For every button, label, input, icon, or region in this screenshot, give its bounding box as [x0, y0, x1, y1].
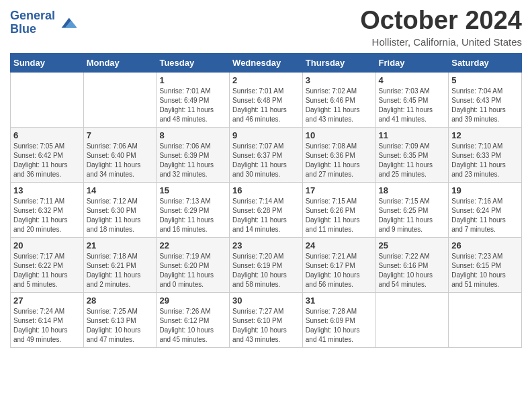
calendar-cell: 20Sunrise: 7:17 AMSunset: 6:22 PMDayligh…: [11, 237, 84, 292]
calendar-cell: 15Sunrise: 7:13 AMSunset: 6:29 PMDayligh…: [157, 182, 230, 237]
day-info: Sunrise: 7:21 AMSunset: 6:17 PMDaylight:…: [306, 252, 373, 289]
day-info: Sunrise: 7:09 AMSunset: 6:35 PMDaylight:…: [379, 142, 446, 179]
day-info: Sunrise: 7:18 AMSunset: 6:21 PMDaylight:…: [87, 252, 154, 289]
calendar-week-5: 27Sunrise: 7:24 AMSunset: 6:14 PMDayligh…: [11, 292, 522, 347]
day-info: Sunrise: 7:28 AMSunset: 6:09 PMDaylight:…: [306, 307, 373, 345]
calendar-cell: 11Sunrise: 7:09 AMSunset: 6:35 PMDayligh…: [375, 127, 449, 182]
calendar-cell: 12Sunrise: 7:10 AMSunset: 6:33 PMDayligh…: [449, 127, 522, 182]
day-number: 25: [379, 240, 446, 250]
day-info: Sunrise: 7:19 AMSunset: 6:20 PMDaylight:…: [159, 252, 226, 289]
day-number: 7: [87, 130, 154, 140]
day-info: Sunrise: 7:17 AMSunset: 6:22 PMDaylight:…: [13, 252, 81, 289]
month-title: October 2024: [360, 7, 522, 35]
logo: General Blue: [10, 9, 77, 36]
day-number: 21: [87, 240, 154, 250]
day-info: Sunrise: 7:04 AMSunset: 6:43 PMDaylight:…: [451, 87, 519, 124]
calendar-cell: 29Sunrise: 7:26 AMSunset: 6:12 PMDayligh…: [157, 292, 230, 347]
calendar-cell: [83, 72, 157, 127]
day-number: 16: [232, 185, 300, 195]
day-number: 29: [159, 295, 226, 306]
calendar-cell: 31Sunrise: 7:28 AMSunset: 6:09 PMDayligh…: [302, 292, 375, 347]
day-number: 4: [379, 75, 446, 85]
day-number: 14: [87, 185, 154, 195]
calendar-week-1: 1Sunrise: 7:01 AMSunset: 6:49 PMDaylight…: [11, 72, 522, 127]
calendar-cell: 22Sunrise: 7:19 AMSunset: 6:20 PMDayligh…: [157, 237, 230, 292]
day-info: Sunrise: 7:10 AMSunset: 6:33 PMDaylight:…: [451, 142, 519, 179]
calendar-header: SundayMondayTuesdayWednesdayThursdayFrid…: [11, 53, 522, 72]
calendar-cell: 17Sunrise: 7:15 AMSunset: 6:26 PMDayligh…: [302, 182, 375, 237]
calendar-cell: 25Sunrise: 7:22 AMSunset: 6:16 PMDayligh…: [375, 237, 449, 292]
day-number: 2: [232, 75, 300, 85]
logo-icon: [56, 13, 77, 33]
day-info: Sunrise: 7:03 AMSunset: 6:45 PMDaylight:…: [379, 87, 446, 124]
day-number: 27: [13, 295, 81, 306]
day-number: 18: [379, 185, 446, 195]
weekday-friday: Friday: [375, 53, 449, 72]
day-number: 30: [232, 295, 300, 306]
day-number: 1: [159, 75, 226, 85]
day-info: Sunrise: 7:06 AMSunset: 6:39 PMDaylight:…: [159, 142, 226, 179]
title-area: October 2024 Hollister, California, Unit…: [360, 7, 522, 48]
calendar-cell: 18Sunrise: 7:15 AMSunset: 6:25 PMDayligh…: [375, 182, 449, 237]
day-info: Sunrise: 7:08 AMSunset: 6:36 PMDaylight:…: [306, 142, 373, 179]
calendar-cell: 24Sunrise: 7:21 AMSunset: 6:17 PMDayligh…: [302, 237, 375, 292]
calendar-cell: 8Sunrise: 7:06 AMSunset: 6:39 PMDaylight…: [157, 127, 230, 182]
calendar-table: SundayMondayTuesdayWednesdayThursdayFrid…: [10, 53, 522, 348]
weekday-header-row: SundayMondayTuesdayWednesdayThursdayFrid…: [11, 53, 522, 72]
day-number: 13: [13, 185, 81, 195]
calendar-week-4: 20Sunrise: 7:17 AMSunset: 6:22 PMDayligh…: [11, 237, 522, 292]
calendar-cell: 21Sunrise: 7:18 AMSunset: 6:21 PMDayligh…: [83, 237, 157, 292]
calendar-cell: 9Sunrise: 7:07 AMSunset: 6:37 PMDaylight…: [230, 127, 303, 182]
calendar-cell: 2Sunrise: 7:01 AMSunset: 6:48 PMDaylight…: [230, 72, 303, 127]
day-info: Sunrise: 7:24 AMSunset: 6:14 PMDaylight:…: [13, 307, 81, 345]
calendar-week-2: 6Sunrise: 7:05 AMSunset: 6:42 PMDaylight…: [11, 127, 522, 182]
calendar-cell: [449, 292, 522, 347]
day-number: 26: [451, 240, 519, 250]
calendar-body: 1Sunrise: 7:01 AMSunset: 6:49 PMDaylight…: [11, 72, 522, 347]
weekday-tuesday: Tuesday: [157, 53, 230, 72]
weekday-thursday: Thursday: [302, 53, 375, 72]
day-number: 24: [306, 240, 373, 250]
day-number: 19: [451, 185, 519, 195]
calendar-cell: 3Sunrise: 7:02 AMSunset: 6:46 PMDaylight…: [302, 72, 375, 127]
day-info: Sunrise: 7:22 AMSunset: 6:16 PMDaylight:…: [379, 252, 446, 289]
day-number: 5: [451, 75, 519, 85]
day-info: Sunrise: 7:16 AMSunset: 6:24 PMDaylight:…: [451, 197, 519, 234]
calendar-cell: 7Sunrise: 7:06 AMSunset: 6:40 PMDaylight…: [83, 127, 157, 182]
day-number: 28: [87, 295, 154, 306]
day-number: 12: [451, 130, 519, 140]
day-info: Sunrise: 7:25 AMSunset: 6:13 PMDaylight:…: [87, 307, 154, 345]
calendar-cell: 19Sunrise: 7:16 AMSunset: 6:24 PMDayligh…: [449, 182, 522, 237]
weekday-sunday: Sunday: [11, 53, 84, 72]
calendar-cell: 16Sunrise: 7:14 AMSunset: 6:28 PMDayligh…: [230, 182, 303, 237]
day-info: Sunrise: 7:05 AMSunset: 6:42 PMDaylight:…: [13, 142, 81, 179]
header: General Blue October 2024 Hollister, Cal…: [10, 7, 522, 48]
day-info: Sunrise: 7:15 AMSunset: 6:25 PMDaylight:…: [379, 197, 446, 234]
day-info: Sunrise: 7:15 AMSunset: 6:26 PMDaylight:…: [306, 197, 373, 234]
calendar-cell: [11, 72, 84, 127]
day-number: 3: [306, 75, 373, 85]
day-info: Sunrise: 7:02 AMSunset: 6:46 PMDaylight:…: [306, 87, 373, 124]
day-info: Sunrise: 7:26 AMSunset: 6:12 PMDaylight:…: [159, 307, 226, 345]
weekday-wednesday: Wednesday: [230, 53, 303, 72]
calendar-cell: 28Sunrise: 7:25 AMSunset: 6:13 PMDayligh…: [83, 292, 157, 347]
calendar-cell: 26Sunrise: 7:23 AMSunset: 6:15 PMDayligh…: [449, 237, 522, 292]
day-number: 17: [306, 185, 373, 195]
day-number: 20: [13, 240, 81, 250]
day-info: Sunrise: 7:13 AMSunset: 6:29 PMDaylight:…: [159, 197, 226, 234]
day-number: 31: [306, 295, 373, 306]
day-info: Sunrise: 7:27 AMSunset: 6:10 PMDaylight:…: [232, 307, 300, 345]
day-info: Sunrise: 7:20 AMSunset: 6:19 PMDaylight:…: [232, 252, 300, 289]
day-info: Sunrise: 7:11 AMSunset: 6:32 PMDaylight:…: [13, 197, 81, 234]
day-number: 9: [232, 130, 300, 140]
calendar-cell: 27Sunrise: 7:24 AMSunset: 6:14 PMDayligh…: [11, 292, 84, 347]
day-info: Sunrise: 7:12 AMSunset: 6:30 PMDaylight:…: [87, 197, 154, 234]
day-number: 8: [159, 130, 226, 140]
day-number: 15: [159, 185, 226, 195]
calendar-cell: [375, 292, 449, 347]
day-info: Sunrise: 7:14 AMSunset: 6:28 PMDaylight:…: [232, 197, 300, 234]
day-number: 10: [306, 130, 373, 140]
day-number: 11: [379, 130, 446, 140]
calendar-cell: 1Sunrise: 7:01 AMSunset: 6:49 PMDaylight…: [157, 72, 230, 127]
day-info: Sunrise: 7:01 AMSunset: 6:48 PMDaylight:…: [232, 87, 300, 124]
